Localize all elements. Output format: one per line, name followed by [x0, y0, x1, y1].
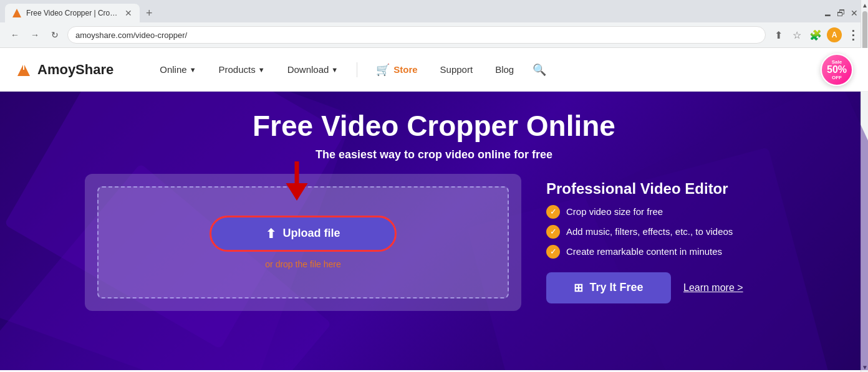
cta-row: ⊞ Try It Free Learn more >: [546, 272, 783, 303]
scroll-down-button[interactable]: ▼: [861, 362, 868, 372]
svg-marker-3: [286, 183, 308, 201]
address-bar: ← → ↻ ⬆ ☆ 🧩 A ⋮: [0, 22, 868, 47]
feature-item-1: ✓ Crop video size for free: [546, 205, 783, 219]
new-tab-button[interactable]: +: [142, 7, 157, 20]
active-tab[interactable]: Free Video Cropper | Crop MP4 ( ✕: [5, 4, 140, 22]
cart-icon: 🛒: [376, 63, 390, 77]
forward-button[interactable]: →: [27, 27, 42, 42]
arrow-container: [278, 161, 316, 207]
tab-close-button[interactable]: ✕: [125, 8, 132, 18]
menu-button[interactable]: ⋮: [846, 27, 861, 42]
address-input[interactable]: [67, 26, 766, 44]
download-dropdown-icon: ▼: [331, 66, 338, 74]
red-arrow-icon: [278, 161, 316, 205]
nav-blog[interactable]: Blog: [486, 59, 523, 80]
nav-support[interactable]: Support: [432, 59, 482, 80]
search-button[interactable]: 🔍: [528, 58, 551, 82]
bookmark-icon[interactable]: ☆: [789, 27, 804, 42]
window-close[interactable]: ✕: [851, 8, 858, 18]
check-icon-3: ✓: [546, 245, 560, 259]
hero-title: Free Video Cropper Online: [253, 110, 615, 142]
tab-favicon: [12, 9, 21, 17]
hero-section: Free Video Cropper Online The easiest wa…: [0, 92, 868, 370]
toolbar-icons: ⬆ ☆ 🧩 A ⋮: [771, 27, 861, 42]
logo-text: AmoyShare: [37, 62, 113, 78]
scroll-up-button[interactable]: ▲: [861, 0, 868, 10]
navbar: AmoyShare Online ▼ Products ▼ Download ▼…: [0, 48, 868, 92]
sale-percent: 50%: [827, 65, 847, 75]
products-dropdown-icon: ▼: [258, 66, 265, 74]
upload-panel: ⬆ Upload file or drop the file here: [85, 174, 521, 311]
feature-item-3: ✓ Create remarkable content in minutes: [546, 245, 783, 259]
refresh-button[interactable]: ↻: [47, 27, 62, 42]
nav-links: Online ▼ Products ▼ Download ▼ 🛒 Store S…: [151, 58, 821, 82]
nav-separator: [357, 62, 357, 77]
nav-store[interactable]: 🛒 Store: [367, 58, 426, 82]
window-maximize[interactable]: 🗗: [837, 8, 846, 18]
windows-icon: ⊞: [574, 281, 583, 295]
back-button[interactable]: ←: [7, 27, 22, 42]
nav-products[interactable]: Products ▼: [210, 59, 274, 80]
online-dropdown-icon: ▼: [190, 66, 196, 74]
logo[interactable]: AmoyShare: [15, 61, 113, 79]
browser-chrome: Free Video Cropper | Crop MP4 ( ✕ + 🗕 🗗 …: [0, 0, 868, 48]
right-panel: Professional Video Editor ✓ Crop video s…: [546, 174, 783, 311]
logo-icon: [15, 61, 32, 79]
sale-off: OFF: [832, 75, 842, 80]
tab-title: Free Video Cropper | Crop MP4 (: [26, 9, 120, 17]
check-icon-2: ✓: [546, 225, 560, 239]
upload-icon: ⬆: [266, 226, 276, 241]
feature-item-2: ✓ Add music, filters, effects, etc., to …: [546, 225, 783, 239]
drop-text: or drop the file here: [265, 259, 340, 269]
hero-subtitle: The easiest way to crop video online for…: [316, 148, 552, 161]
feature-list: ✓ Crop video size for free ✓ Add music, …: [546, 205, 783, 259]
profile-avatar[interactable]: A: [827, 27, 842, 42]
upload-file-button[interactable]: ⬆ Upload file: [210, 216, 397, 252]
nav-online[interactable]: Online ▼: [151, 59, 205, 80]
hero-content: ⬆ Upload file or drop the file here Prof…: [60, 174, 808, 311]
try-it-free-button[interactable]: ⊞ Try It Free: [546, 272, 671, 303]
window-minimize[interactable]: 🗕: [823, 8, 832, 18]
nav-download[interactable]: Download ▼: [279, 59, 347, 80]
right-panel-title: Professional Video Editor: [546, 180, 783, 198]
tab-bar: Free Video Cropper | Crop MP4 ( ✕ + 🗕 🗗 …: [0, 0, 868, 22]
learn-more-link[interactable]: Learn more >: [683, 282, 743, 293]
sale-badge[interactable]: Sale 50% OFF: [821, 54, 853, 86]
check-icon-1: ✓: [546, 205, 560, 219]
extension-icon[interactable]: 🧩: [808, 27, 823, 42]
share-icon[interactable]: ⬆: [771, 27, 786, 42]
